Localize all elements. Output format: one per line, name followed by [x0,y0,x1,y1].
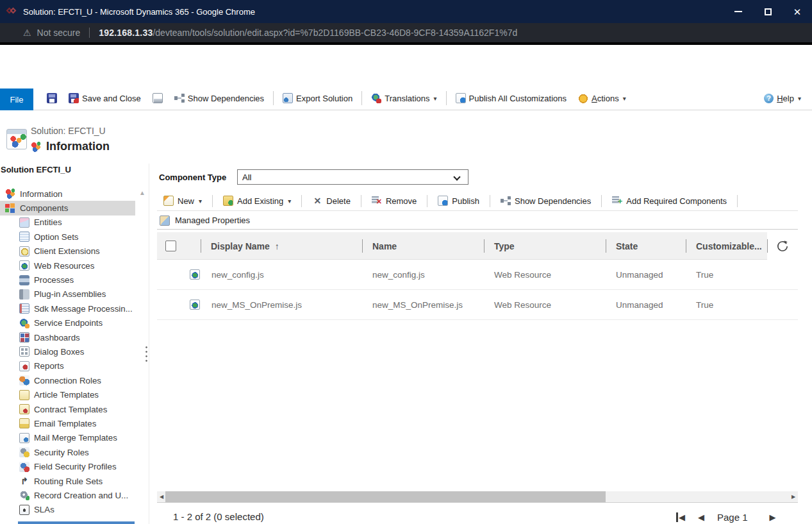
column-header-type[interactable]: Type [484,232,606,260]
sidebar-item-dashboards[interactable]: Dashboards [0,330,135,344]
add-existing-button[interactable]: Add Existing▾ [217,196,297,206]
export-solution-label: Export Solution [296,94,352,103]
components-icon [5,203,15,214]
sidebar-item-label: Security Roles [34,448,89,457]
address-bar[interactable]: ⚠ Not secure 192.168.1.33/devteam/tools/… [0,23,812,42]
connection-roles-icon [19,375,29,385]
component-type-select[interactable]: All [237,169,468,185]
sidebar-item-label: Dialog Boxes [34,347,84,357]
table-row[interactable]: new_config.jsnew_config.jsWeb ResourceUn… [157,260,798,290]
scrollbar-thumb[interactable] [165,491,606,502]
sidebar-item-dialog-boxes[interactable]: Dialog Boxes [0,344,135,359]
scroll-right-arrow[interactable]: ▶ [789,491,798,502]
refresh-icon [775,239,790,253]
address-bar-divider [89,28,90,38]
column-header-customizable[interactable]: Customizable... [686,232,767,260]
sidebar-item-connection-roles[interactable]: Connection Roles [0,373,135,387]
publish-all-customizations-button[interactable]: Publish All Customizations [450,93,572,103]
sidebar-item-article-templates[interactable]: Article Templates [0,387,135,401]
next-page-icon[interactable]: ▶ [770,512,776,522]
components-panel: Component Type All New▾Add Existing▾✕Del… [157,164,798,524]
column-header-state[interactable]: State [606,232,686,260]
sidebar-item-web-resources[interactable]: Web Resources [0,258,135,273]
help-button[interactable]: ?Help▾ [758,94,807,103]
dashboards-icon [19,332,29,342]
sidebar-item-label: Web Resources [34,261,94,271]
print-button[interactable] [147,93,169,103]
solution-label: Solution: EFCTI_U [31,126,106,136]
page-top-strip [0,42,812,45]
sidebar-item-reports[interactable]: Reports [0,359,135,373]
sidebar-item-sdk-message-processin[interactable]: Sdk Message Processin... [0,301,135,316]
cell-name: new_MS_OnPremise.js [362,300,484,310]
toolbar-separator [301,195,302,207]
horizontal-scrollbar[interactable]: ◀ ▶ [157,491,798,502]
sidebar-item-processes[interactable]: Processes [0,273,135,287]
remove-button[interactable]: ✕Remove [365,196,423,206]
sidebar-item-contract-templates[interactable]: Contract Templates [0,402,135,416]
column-header-label: Type [494,241,515,251]
publish-label: Publish [452,196,479,206]
table-row[interactable]: new_MS_OnPremise.jsnew_MS_OnPremise.jsWe… [157,290,798,320]
sidebar-item-client-extensions[interactable]: Client Extensions [0,244,135,258]
remove-icon: ✕ [372,196,382,206]
sidebar-splitter-handle[interactable] [145,345,148,363]
not-secure-label[interactable]: Not secure [37,28,81,38]
export-solution-icon [283,93,293,103]
sidebar-item-information[interactable]: Information [0,187,135,201]
sidebar-item-mail-merge-templates[interactable]: Mail Merge Templates [0,431,135,445]
url-host[interactable]: 192.168.1.33 [99,28,153,38]
managed-properties-button[interactable]: Managed Properties [157,212,798,230]
sidebar-item-option-sets[interactable]: Option Sets [0,230,135,244]
web-resources-icon [190,300,200,310]
scroll-left-arrow[interactable]: ◀ [157,491,166,502]
publish-button[interactable]: Publish [431,196,486,206]
article-templates-icon [19,390,29,400]
column-header-display-name[interactable]: Display Name↑ [201,232,362,260]
components-grid: Display Name↑NameTypeStateCustomizable..… [157,232,798,320]
select-all-checkbox[interactable] [165,241,176,251]
refresh-button[interactable] [767,232,798,260]
cell-type: Web Resource [484,300,606,310]
toolbar-separator [737,195,738,207]
routing-rule-sets-icon: ↱ [19,476,29,486]
first-page-icon[interactable]: ◀ [676,512,685,522]
show-dependencies-button[interactable]: Show Dependencies [169,93,270,103]
sidebar-item-record-creation-and-u[interactable]: Record Creation and U... [0,488,135,502]
maximize-button[interactable] [753,0,783,23]
file-tab[interactable]: File [0,89,33,110]
sidebar-item-slas[interactable]: SLAs [0,503,135,517]
new-button[interactable]: New▾ [157,196,208,206]
ribbon-toolbar: File Save and CloseShow DependenciesExpo… [0,87,812,110]
security-roles-icon [19,447,29,457]
toolbar-separator [361,91,362,105]
minimize-button[interactable] [724,0,753,23]
sidebar-item-security-roles[interactable]: Security Roles [0,445,135,459]
sidebar-item-email-templates[interactable]: Email Templates [0,416,135,430]
sidebar-scroll-up-arrow[interactable]: ▲ [139,189,145,196]
close-icon: ✕ [793,7,802,17]
export-solution-button[interactable]: Export Solution [277,93,358,103]
sidebar-item-routing-rule-sets[interactable]: ↱Routing Rule Sets [0,474,135,488]
sidebar-item-field-security-profiles[interactable]: Field Security Profiles [0,459,135,473]
sidebar-item-label: Routing Rule Sets [34,477,103,486]
sidebar-item-label: Components [20,203,68,213]
sidebar-item-service-endpoints[interactable]: Service Endpoints [0,316,135,330]
sidebar-item-plug-in-assemblies[interactable]: Plug-in Assemblies [0,287,135,301]
solution-sidebar: Solution EFCTI_U InformationComponentsEn… [0,164,149,524]
delete-button[interactable]: ✕Delete [306,196,357,206]
actions-button[interactable]: Actions▾ [572,93,632,103]
not-secure-warning-icon[interactable]: ⚠ [23,28,31,38]
save-button[interactable] [41,93,63,103]
add-required-components-button[interactable]: +Add Required Components [606,196,733,206]
save-and-close-button[interactable]: Save and Close [63,93,147,103]
translations-button[interactable]: Translations▾ [365,93,442,103]
sidebar-item-components[interactable]: Components [0,201,135,215]
add-required-components-label: Add Required Components [626,196,727,206]
show-dependencies-button[interactable]: Show Dependencies [494,196,597,206]
close-button[interactable]: ✕ [783,0,812,23]
previous-page-icon[interactable]: ◀ [698,512,704,522]
sidebar-item-entities[interactable]: Entities [0,216,135,230]
url-path[interactable]: /devteam/tools/solution/edit.aspx?id=%7b… [153,28,517,38]
column-header-name[interactable]: Name [362,232,484,260]
